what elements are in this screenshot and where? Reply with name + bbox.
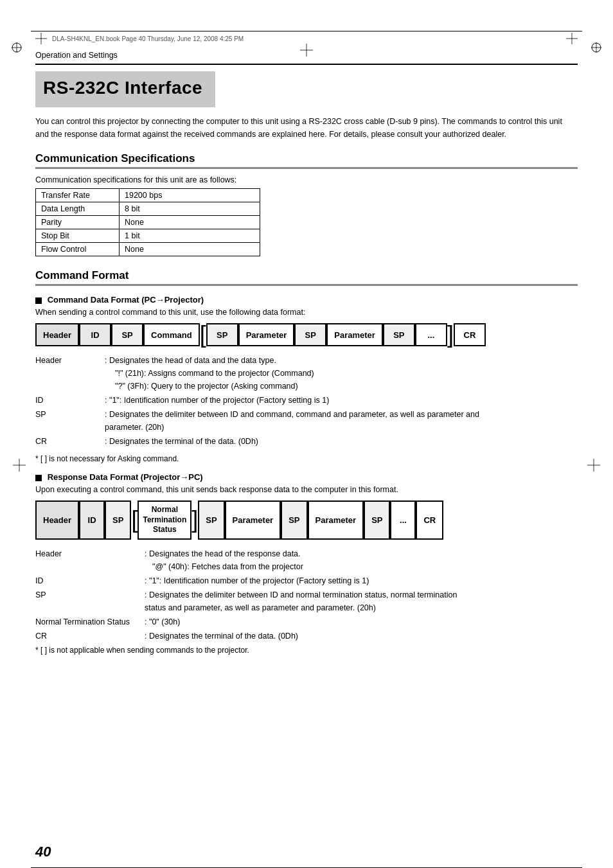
- desc-row-header: Header : Designates the head of data and…: [35, 354, 578, 393]
- comm-spec-intro: Communication specifications for this un…: [35, 175, 578, 184]
- resp-label: SP: [35, 589, 145, 614]
- resp-content: : Designates the terminal of the data. (…: [145, 630, 578, 642]
- proj-to-pc-note: * [ ] is not applicable when sending com…: [35, 646, 578, 655]
- desc-colon: [93, 435, 105, 448]
- cmd-format-section: Command Format Command Data Format (PC→P…: [35, 269, 578, 655]
- spec-label: Data Length: [36, 202, 120, 216]
- resp-label: Normal Termination Status: [35, 616, 145, 628]
- file-info-text: DLA-SH4KNL_EN.book Page 40 Thursday, Jun…: [52, 35, 244, 42]
- left-crosshair-icon: [35, 33, 47, 44]
- svg-point-3: [592, 43, 601, 52]
- proj-to-pc-desc: Upon executing a control command, this u…: [35, 485, 578, 494]
- spec-value: 1 bit: [120, 229, 260, 243]
- page-number: 40: [35, 844, 51, 860]
- resp-desc-row-id: ID : "1": Identification number of the p…: [35, 574, 578, 587]
- main-content: Operation and Settings RS-232C Interface…: [35, 44, 578, 655]
- resp-sub: "@" (40h): Fetches data from the project…: [145, 562, 303, 571]
- resp-box-parameter2: Parameter: [308, 500, 364, 540]
- proj-to-pc-heading: Response Data Format (Projector→PC): [35, 472, 578, 482]
- desc-content: : Designates the head of data and the da…: [105, 354, 578, 393]
- pc-to-proj-title: Command Data Format (PC→Projector): [48, 295, 204, 305]
- resp-desc-row-header: Header : Designates the head of the resp…: [35, 547, 578, 573]
- resp-box-sp1: SP: [105, 500, 131, 540]
- comm-spec-heading: Communication Specifications: [35, 152, 578, 169]
- resp-desc-row-sp: SP : Designates the delimiter between ID…: [35, 589, 578, 614]
- section-rule: [35, 64, 578, 65]
- desc-label: ID: [35, 394, 93, 407]
- spec-label: Flow Control: [36, 243, 120, 256]
- right-crosshair-icon: [566, 33, 578, 44]
- resp-content: : "0" (30h): [145, 616, 578, 628]
- desc-colon: [93, 408, 105, 434]
- spec-table: Transfer Rate 19200 bps Data Length 8 bi…: [35, 188, 260, 256]
- proj-to-pc-title: Response Data Format (Projector→PC): [48, 472, 203, 482]
- resp-desc-row-cr: CR : Designates the terminal of the data…: [35, 630, 578, 642]
- title-box: RS-232C Interface: [35, 71, 215, 107]
- file-info-bar: DLA-SH4KNL_EN.book Page 40 Thursday, Jun…: [35, 33, 578, 44]
- cmd-box-command: Command: [143, 323, 200, 346]
- desc-label: CR: [35, 435, 93, 448]
- resp-box-id: ID: [79, 500, 105, 540]
- cmd-box-sp1: SP: [111, 323, 143, 346]
- desc-row-sp: SP : Designates the delimiter between ID…: [35, 408, 578, 434]
- spec-value: 19200 bps: [120, 189, 260, 202]
- cmd-format-heading: Command Format: [35, 269, 578, 286]
- spec-label: Parity: [36, 216, 120, 229]
- desc-sub: "?" (3Fh): Query to the projector (Askin…: [105, 382, 298, 391]
- cmd-box-cr: CR: [454, 323, 486, 346]
- resp-label: CR: [35, 630, 145, 642]
- resp-box-parameter1: Parameter: [225, 500, 281, 540]
- cmd-box-dots: ...: [415, 323, 447, 346]
- intro-text: You can control this projector by connec…: [35, 115, 578, 141]
- table-row: Data Length 8 bit: [36, 202, 260, 216]
- cmd-format-boxes: Header ID SP Command [ SP Parameter SP P…: [35, 323, 578, 346]
- desc-colon: [93, 354, 105, 393]
- cmd-box-header: Header: [35, 323, 79, 346]
- black-square-icon: [35, 475, 42, 481]
- spec-label: Transfer Rate: [36, 189, 120, 202]
- svg-point-0: [12, 43, 21, 52]
- resp-box-sp2: SP: [198, 500, 224, 540]
- comm-spec-section: Communication Specifications Communicati…: [35, 152, 578, 256]
- cmd-box-parameter2: Parameter: [326, 323, 383, 346]
- resp-content: : Designates the head of the response da…: [145, 547, 578, 573]
- pc-to-proj-note: * [ ] is not necessary for Asking comman…: [35, 454, 578, 463]
- desc-label: Header: [35, 354, 93, 393]
- top-rule: [31, 31, 582, 31]
- resp-label: ID: [35, 574, 145, 587]
- desc-sub: "!" (21h): Assigns command to the projec…: [105, 369, 314, 378]
- desc-content: : "1": Identification number of the proj…: [105, 394, 578, 407]
- resp-desc-row-nts: Normal Termination Status : "0" (30h): [35, 616, 578, 628]
- desc-label: SP: [35, 408, 93, 434]
- resp-content: : Designates the delimiter between ID an…: [145, 589, 578, 614]
- cmd-box-id: ID: [79, 323, 111, 346]
- resp-box-cr: CR: [416, 500, 443, 540]
- spec-label: Stop Bit: [36, 229, 120, 243]
- resp-box-sp4: SP: [364, 500, 390, 540]
- table-row: Transfer Rate 19200 bps: [36, 189, 260, 202]
- table-row: Stop Bit 1 bit: [36, 229, 260, 243]
- black-square-icon: [35, 297, 42, 304]
- bracket-left: [: [200, 323, 206, 346]
- cmd-box-sp4: SP: [383, 323, 415, 346]
- desc-row-cr: CR : Designates the terminal of the data…: [35, 435, 578, 448]
- cmd-box-sp3: SP: [294, 323, 326, 346]
- proj-to-pc-section: Response Data Format (Projector→PC) Upon…: [35, 472, 578, 655]
- resp-label: Header: [35, 547, 145, 573]
- resp-box-sp3: SP: [281, 500, 307, 540]
- pc-to-proj-descriptions: Header : Designates the head of data and…: [35, 354, 578, 448]
- section-label: Operation and Settings: [35, 51, 578, 60]
- table-row: Flow Control None: [36, 243, 260, 256]
- cmd-box-parameter1: Parameter: [238, 323, 295, 346]
- resp-content: : "1": Identification number of the proj…: [145, 574, 578, 587]
- pc-to-proj-desc: When sending a control command to this u…: [35, 308, 578, 317]
- proj-to-pc-descriptions: Header : Designates the head of the resp…: [35, 547, 578, 642]
- spec-value: None: [120, 243, 260, 256]
- desc-colon: [93, 394, 105, 407]
- resp-bracket-right: ]: [191, 500, 198, 540]
- resp-box-header: Header: [35, 500, 79, 540]
- desc-row-id: ID : "1": Identification number of the p…: [35, 394, 578, 407]
- desc-content: : Designates the delimiter between ID an…: [105, 408, 578, 434]
- page-title: RS-232C Interface: [43, 78, 202, 98]
- bracket-right: ]: [447, 323, 454, 346]
